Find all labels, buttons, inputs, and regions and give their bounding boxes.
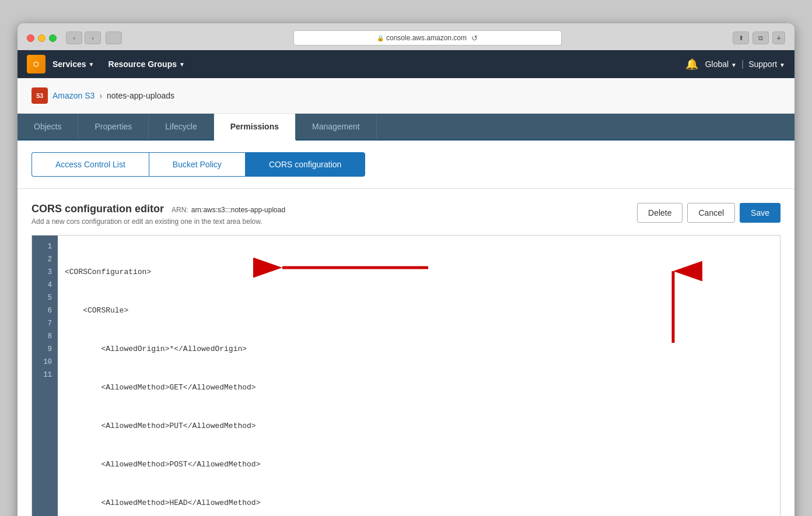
browser-actions: ⬆ ⧉ + <box>733 31 785 44</box>
tabs-bar: Objects Properties Lifecycle Permissions… <box>18 114 794 141</box>
line-num-1: 1 <box>32 240 58 253</box>
back-button[interactable]: ‹ <box>66 31 82 44</box>
services-chevron: ▼ <box>89 61 94 68</box>
line-num-6: 6 <box>32 304 58 317</box>
url-input[interactable]: 🔒 console.aws.amazon.com ↺ <box>293 30 562 45</box>
code-line-4: <AllowedMethod>GET</AllowedMethod> <box>65 381 773 394</box>
aws-logo: ⬡ <box>27 55 46 73</box>
acl-button[interactable]: Access Control List <box>32 152 149 177</box>
aws-navbar: ⬡ Services ▼ Resource Groups ▼ 🔔 Global … <box>18 50 794 78</box>
aws-logo-icon: ⬡ <box>33 61 39 68</box>
cancel-button[interactable]: Cancel <box>687 203 735 223</box>
nav-buttons: ‹ › <box>66 31 122 44</box>
bell-icon[interactable]: 🔔 <box>685 58 698 71</box>
maximize-button[interactable] <box>49 34 57 42</box>
breadcrumb-separator: › <box>99 91 102 100</box>
tab-objects[interactable]: Objects <box>18 114 78 139</box>
editor-title-area: CORS configuration editor ARN: arn:aws:s… <box>32 203 637 226</box>
line-num-5: 5 <box>32 292 58 304</box>
code-line-2: <CORSRule> <box>65 304 773 317</box>
line-num-11: 11 <box>32 368 58 381</box>
bucket-policy-button[interactable]: Bucket Policy <box>149 152 245 177</box>
global-label[interactable]: Global ▼ <box>705 59 737 69</box>
arn-value: arn:aws:s3:::notes-app-upload <box>191 206 285 214</box>
code-line-3: <AllowedOrigin>*</AllowedOrigin> <box>65 343 773 356</box>
support-chevron: ▼ <box>779 62 785 68</box>
lock-icon: 🔒 <box>377 35 384 41</box>
support-label[interactable]: Support ▼ <box>748 59 785 69</box>
titlebar: ‹ › 🔒 console.aws.amazon.com ↺ ⬆ ⧉ + <box>18 23 794 50</box>
code-line-6: <AllowedMethod>POST</AllowedMethod> <box>65 458 773 471</box>
forward-button[interactable]: › <box>85 31 101 44</box>
arn-label: ARN: <box>172 206 188 214</box>
tab-properties[interactable]: Properties <box>78 114 149 139</box>
s3-icon: S3 <box>32 87 48 104</box>
line-num-9: 9 <box>32 343 58 356</box>
code-content[interactable]: <CORSConfiguration> <CORSRule> <AllowedO… <box>58 236 780 516</box>
code-line-7: <AllowedMethod>HEAD</AllowedMethod> <box>65 497 773 510</box>
services-nav-item[interactable]: Services ▼ <box>46 50 102 78</box>
share-button[interactable]: ⬆ <box>733 31 749 44</box>
minimize-button[interactable] <box>38 34 46 42</box>
editor-actions: Delete Cancel Save <box>637 203 780 223</box>
code-line-1: <CORSConfiguration> <box>65 266 773 279</box>
breadcrumb: S3 Amazon S3 › notes-app-uploads <box>18 78 794 114</box>
global-chevron: ▼ <box>731 62 737 68</box>
editor-subtitle: Add a new cors configuration or edit an … <box>32 217 637 226</box>
cors-config-button[interactable]: CORS configuration <box>245 152 366 177</box>
subnav: Access Control List Bucket Policy CORS c… <box>18 141 794 189</box>
line-num-8: 8 <box>32 330 58 343</box>
nav-right: 🔔 Global ▼ | Support ▼ <box>685 58 785 71</box>
line-num-3: 3 <box>32 266 58 279</box>
services-label: Services <box>52 59 86 69</box>
line-num-7: 7 <box>32 317 58 330</box>
traffic-lights <box>27 34 57 42</box>
browser-chrome: ‹ › 🔒 console.aws.amazon.com ↺ ⬆ ⧉ + <box>18 23 794 50</box>
address-bar: 🔒 console.aws.amazon.com ↺ <box>162 30 693 45</box>
code-editor[interactable]: 1 2 3 4 5 6 7 8 9 10 11 <box>32 235 780 516</box>
resource-groups-label: Resource Groups <box>108 59 177 69</box>
reload-button[interactable]: ↺ <box>471 34 478 43</box>
add-tab-button[interactable]: + <box>772 31 785 44</box>
main-content: S3 Amazon S3 › notes-app-uploads Objects… <box>18 78 794 516</box>
line-num-10: 10 <box>32 356 58 368</box>
editor-title: CORS configuration editor ARN: arn:aws:s… <box>32 203 637 215</box>
resource-groups-chevron: ▼ <box>179 61 185 68</box>
window-button[interactable] <box>106 31 122 44</box>
url-text: console.aws.amazon.com <box>386 34 467 42</box>
line-num-4: 4 <box>32 279 58 292</box>
line-numbers: 1 2 3 4 5 6 7 8 9 10 11 <box>32 236 58 516</box>
code-line-5: <AllowedMethod>PUT</AllowedMethod> <box>65 420 773 433</box>
bucket-name: notes-app-uploads <box>107 91 174 100</box>
browser-window: ‹ › 🔒 console.aws.amazon.com ↺ ⬆ ⧉ + <box>18 23 794 516</box>
editor-section: CORS configuration editor ARN: arn:aws:s… <box>18 189 794 516</box>
line-num-2: 2 <box>32 253 58 266</box>
code-editor-container: 1 2 3 4 5 6 7 8 9 10 11 <box>32 235 780 516</box>
close-button[interactable] <box>27 34 34 42</box>
s3-breadcrumb-link[interactable]: Amazon S3 <box>52 91 94 100</box>
duplicate-button[interactable]: ⧉ <box>752 31 769 44</box>
resource-groups-nav-item[interactable]: Resource Groups ▼ <box>102 50 192 78</box>
tab-lifecycle[interactable]: Lifecycle <box>149 114 214 139</box>
tab-permissions[interactable]: Permissions <box>214 114 296 141</box>
tab-management[interactable]: Management <box>296 114 377 139</box>
editor-header: CORS configuration editor ARN: arn:aws:s… <box>32 203 780 226</box>
delete-button[interactable]: Delete <box>637 203 682 223</box>
save-button[interactable]: Save <box>740 203 780 223</box>
